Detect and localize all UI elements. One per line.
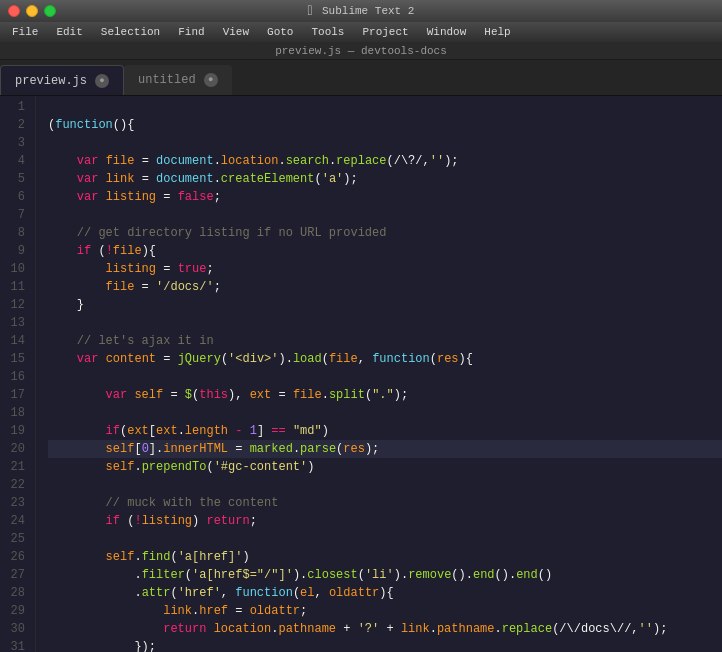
line-16 xyxy=(48,368,722,386)
editor: 1 2 3 4 5 6 7 8 9 10 11 12 13 14 15 16 1… xyxy=(0,96,722,652)
menu-edit[interactable]: Edit xyxy=(48,24,90,40)
line-7 xyxy=(48,206,722,224)
line-8: // get directory listing if no URL provi… xyxy=(48,224,722,242)
app-title:  Sublime Text 2 xyxy=(308,3,415,19)
maximize-button[interactable] xyxy=(44,5,56,17)
title-bar:  Sublime Text 2 xyxy=(0,0,722,22)
tabs-bar: preview.js ● untitled ● xyxy=(0,60,722,96)
line-23: // muck with the content xyxy=(48,494,722,512)
line-18 xyxy=(48,404,722,422)
tab-label-preview: preview.js xyxy=(15,74,87,88)
line-15: var content = jQuery('<div>').load(file,… xyxy=(48,350,722,368)
line-21: self.prependTo('#gc-content') xyxy=(48,458,722,476)
tab-close-untitled[interactable]: ● xyxy=(204,73,218,87)
line-10: listing = true; xyxy=(48,260,722,278)
file-path-bar: preview.js — devtools-docs xyxy=(0,42,722,60)
menu-help[interactable]: Help xyxy=(476,24,518,40)
line-26: self.find('a[href]') xyxy=(48,548,722,566)
line-numbers: 1 2 3 4 5 6 7 8 9 10 11 12 13 14 15 16 1… xyxy=(0,96,36,652)
line-2: (function(){ xyxy=(48,116,722,134)
tab-untitled[interactable]: untitled ● xyxy=(124,65,232,95)
line-31: }); xyxy=(48,638,722,652)
window-controls[interactable] xyxy=(8,5,56,17)
line-30: return location.pathname + '?' + link.pa… xyxy=(48,620,722,638)
line-28: .attr('href', function(el, oldattr){ xyxy=(48,584,722,602)
line-4: var file = document.location.search.repl… xyxy=(48,152,722,170)
line-24: if (!listing) return; xyxy=(48,512,722,530)
line-27: .filter('a[href$="/"]').closest('li').re… xyxy=(48,566,722,584)
line-29: link.href = oldattr; xyxy=(48,602,722,620)
minimize-button[interactable] xyxy=(26,5,38,17)
line-22 xyxy=(48,476,722,494)
line-17: var self = $(this), ext = file.split("."… xyxy=(48,386,722,404)
apple-icon:  xyxy=(308,3,316,19)
menu-view[interactable]: View xyxy=(215,24,257,40)
line-9: if (!file){ xyxy=(48,242,722,260)
line-25 xyxy=(48,530,722,548)
menu-project[interactable]: Project xyxy=(354,24,416,40)
line-14: // let's ajax it in xyxy=(48,332,722,350)
menu-file[interactable]: File xyxy=(4,24,46,40)
tab-close-preview[interactable]: ● xyxy=(95,74,109,88)
line-11: file = '/docs/'; xyxy=(48,278,722,296)
menu-goto[interactable]: Goto xyxy=(259,24,301,40)
line-6: var listing = false; xyxy=(48,188,722,206)
app-name: Sublime Text 2 xyxy=(322,5,414,17)
menu-tools[interactable]: Tools xyxy=(303,24,352,40)
line-20: self[0].innerHTML = marked.parse(res); xyxy=(48,440,722,458)
file-path: preview.js — devtools-docs xyxy=(275,45,447,57)
menu-find[interactable]: Find xyxy=(170,24,212,40)
menu-window[interactable]: Window xyxy=(419,24,475,40)
line-13 xyxy=(48,314,722,332)
close-button[interactable] xyxy=(8,5,20,17)
menu-selection[interactable]: Selection xyxy=(93,24,168,40)
menu-bar: File Edit Selection Find View Goto Tools… xyxy=(0,22,722,42)
line-3 xyxy=(48,134,722,152)
line-1 xyxy=(48,98,722,116)
line-12: } xyxy=(48,296,722,314)
line-19: if(ext[ext.length - 1] == "md") xyxy=(48,422,722,440)
tab-label-untitled: untitled xyxy=(138,73,196,87)
code-area[interactable]: (function(){ var file = document.locatio… xyxy=(36,96,722,652)
tab-preview-js[interactable]: preview.js ● xyxy=(0,65,124,95)
line-5: var link = document.createElement('a'); xyxy=(48,170,722,188)
